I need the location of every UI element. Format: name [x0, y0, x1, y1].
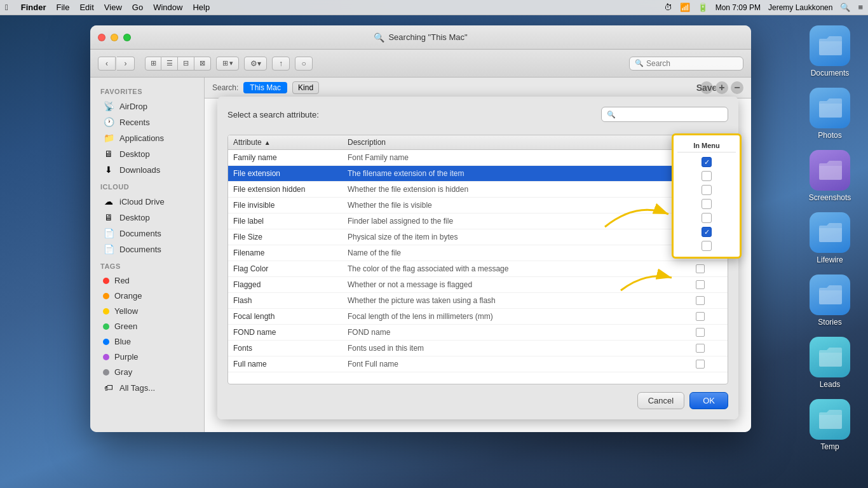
attr-row-full-name[interactable]: Full name Font Full name [228, 356, 728, 372]
sidebar-item-recents[interactable]: 🕐 Recents [93, 114, 201, 130]
menubar-file[interactable]: File [56, 3, 69, 12]
menubar-edit[interactable]: Edit [79, 3, 93, 12]
arrange-button[interactable]: ⊞ ▾ [216, 57, 239, 71]
attr-row-flagged[interactable]: Flagged Whether or not a message is flag… [228, 277, 728, 293]
menubar-finder[interactable]: Finder [21, 3, 46, 12]
sidebar-tag-orange[interactable]: Orange [93, 288, 201, 303]
back-button[interactable]: ‹ [98, 57, 116, 71]
share-button[interactable]: ↑ [272, 57, 290, 71]
desktop-icon-stories[interactable]: Stories [804, 274, 855, 327]
attr-row-file-extension[interactable]: File extension The filename extension of… [228, 166, 728, 182]
in-menu-checkbox-6[interactable] [702, 227, 712, 237]
tag-dot-gray [103, 369, 109, 376]
sidebar-tag-green[interactable]: Green [93, 319, 201, 334]
close-button[interactable] [98, 34, 105, 41]
view-gallery-button[interactable]: ⊠ [194, 57, 211, 71]
view-columns-button[interactable]: ⊟ [178, 57, 194, 71]
attr-name-fonts: Fonts [233, 344, 348, 353]
attr-row-flag-color[interactable]: Flag Color The color of the flag associa… [228, 261, 728, 277]
checkbox-flag-color[interactable] [696, 264, 705, 273]
search-input[interactable] [646, 59, 735, 68]
sidebar-tag-yellow[interactable]: Yellow [93, 304, 201, 318]
sidebar-item-icloud-drive[interactable]: ☁ iCloud Drive [93, 194, 201, 209]
apple-menu[interactable]:  [5, 3, 8, 12]
favorites-section-title: Favorites [90, 83, 204, 98]
attr-row-family-name[interactable]: Family name Font Family name [228, 150, 728, 166]
notification-icon[interactable]: ≡ [858, 3, 863, 12]
kind-filter-button[interactable]: Kind [292, 81, 319, 94]
toolbar-search[interactable]: 🔍 [629, 57, 743, 71]
in-menu-checkbox-3[interactable] [702, 185, 712, 195]
attr-row-flash[interactable]: Flash Whether the picture was taken usin… [228, 293, 728, 309]
desktop-icon-photos[interactable]: Photos [804, 88, 855, 140]
sidebar-label-all-tags: All Tags... [119, 383, 155, 393]
in-menu-row-3 [677, 183, 736, 197]
action-button[interactable]: ⚙ ▾ [244, 57, 267, 71]
attr-row-fonts[interactable]: Fonts Fonts used in this item [228, 341, 728, 356]
sidebar-item-icloud-desktop[interactable]: 🖥 Desktop [93, 210, 201, 225]
wifi-icon[interactable]: 📶 [680, 3, 690, 12]
attr-row-file-extension-hidden[interactable]: File extension hidden Whether the file e… [228, 182, 728, 198]
add-filter-button[interactable]: + [715, 81, 728, 94]
ok-button[interactable]: OK [689, 392, 728, 409]
remove-filter-button[interactable]: − [731, 81, 743, 94]
time-machine-icon[interactable]: ⏱ [664, 3, 672, 12]
sidebar-item-applications[interactable]: 📁 Applications [93, 130, 201, 146]
checkbox-flagged[interactable] [696, 280, 705, 289]
in-menu-checkbox-7[interactable] [702, 241, 712, 251]
cancel-button[interactable]: Cancel [637, 392, 684, 409]
attr-row-file-invisible[interactable]: File invisible Whether the file is visib… [228, 198, 728, 214]
sidebar-label-applications: Applications [119, 133, 164, 143]
sidebar-tag-purple[interactable]: Purple [93, 349, 201, 364]
col-attribute[interactable]: Attribute ▲ [233, 138, 348, 147]
attr-row-filename[interactable]: Filename Name of the file [228, 245, 728, 261]
checkbox-flash[interactable] [696, 296, 705, 305]
maximize-button[interactable] [123, 34, 131, 41]
attr-row-file-size[interactable]: File Size Physical size of the item in b… [228, 229, 728, 245]
attr-row-focal-length[interactable]: Focal length Focal length of the lens in… [228, 309, 728, 325]
sidebar-tag-gray[interactable]: Gray [93, 365, 201, 379]
tag-button[interactable]: ○ [295, 57, 313, 71]
checkbox-focal-length[interactable] [696, 312, 705, 321]
in-menu-checkbox-2[interactable] [702, 171, 712, 181]
attr-row-fond-name[interactable]: FOND name FOND name [228, 325, 728, 341]
col-description[interactable]: Description [348, 138, 678, 147]
view-list-button[interactable]: ☰ [161, 57, 178, 71]
sidebar-item-downloads[interactable]: ⬇ Downloads [93, 162, 201, 177]
sidebar-all-tags[interactable]: 🏷 All Tags... [93, 380, 201, 395]
save-filter-button[interactable]: Save [700, 81, 713, 94]
desktop-icon-screenshots[interactable]: Screenshots [804, 150, 855, 202]
attr-row-file-label[interactable]: File label Finder label assigned to the … [228, 214, 728, 229]
sidebar-item-icloud-documents[interactable]: 📄 Documents [93, 226, 201, 241]
attr-search-input[interactable] [618, 110, 707, 119]
finder-toolbar: ‹ › ⊞ ☰ ⊟ ⊠ ⊞ ▾ ⚙ ▾ ↑ [90, 50, 751, 78]
view-icons-button[interactable]: ⊞ [145, 57, 161, 71]
user-display[interactable]: Jeremy Laukkonen [768, 3, 832, 12]
checkbox-fond-name[interactable] [696, 328, 705, 337]
forward-button[interactable]: › [117, 57, 135, 71]
desktop-icon-lifewire[interactable]: Lifewire [804, 212, 855, 264]
menubar-help[interactable]: Help [193, 3, 210, 12]
desktop-icon-leads[interactable]: Leads [804, 337, 855, 389]
icloud-documents2-icon: 📄 [103, 244, 114, 254]
sidebar-item-icloud-documents2[interactable]: 📄 Documents [93, 241, 201, 257]
in-menu-checkbox-5[interactable] [702, 213, 712, 223]
battery-icon[interactable]: 🔋 [698, 3, 708, 12]
desktop-icon-documents[interactable]: Documents [804, 25, 855, 78]
menubar-window[interactable]: Window [153, 3, 182, 12]
menubar-go[interactable]: Go [132, 3, 143, 12]
minimize-button[interactable] [111, 34, 118, 41]
sidebar-tag-blue[interactable]: Blue [93, 334, 201, 349]
sidebar-item-airdrop[interactable]: 📡 AirDrop [93, 98, 201, 114]
sidebar-tag-red[interactable]: Red [93, 273, 201, 288]
in-menu-checkbox-4[interactable] [702, 199, 712, 209]
search-scope-button[interactable]: This Mac [243, 82, 287, 93]
checkbox-fonts[interactable] [696, 344, 705, 353]
in-menu-checkbox-1[interactable] [702, 157, 712, 167]
sidebar-item-desktop[interactable]: 🖥 Desktop [93, 146, 201, 161]
desktop-label-leads: Leads [820, 380, 841, 389]
menubar-view[interactable]: View [104, 3, 122, 12]
desktop-icon-temp[interactable]: Temp [804, 399, 855, 451]
checkbox-full-name[interactable] [696, 360, 705, 369]
search-menubar-icon[interactable]: 🔍 [840, 3, 850, 12]
